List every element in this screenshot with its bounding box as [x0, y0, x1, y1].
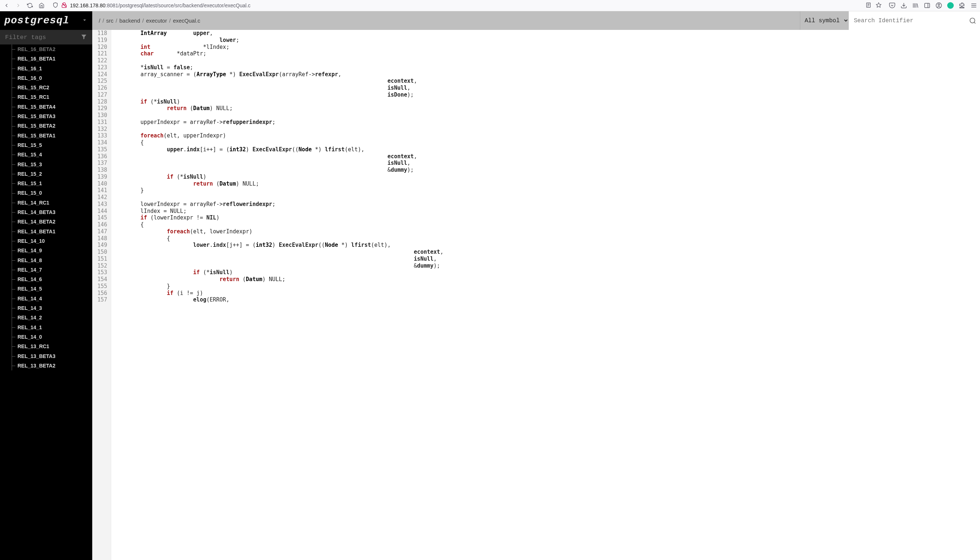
line-number[interactable]: 151: [97, 255, 107, 262]
tag-item[interactable]: REL_15_BETA4: [0, 102, 92, 112]
line-number[interactable]: 135: [97, 146, 107, 153]
tag-item[interactable]: REL_14_4: [0, 294, 92, 303]
line-number[interactable]: 131: [97, 119, 107, 126]
filter-icon[interactable]: [80, 33, 87, 41]
search-button[interactable]: [965, 11, 980, 30]
line-number[interactable]: 148: [97, 235, 107, 242]
breadcrumb-segment[interactable]: execQual.c: [173, 18, 200, 24]
tag-item[interactable]: REL_14_10: [0, 236, 92, 246]
line-number[interactable]: 156: [97, 290, 107, 297]
tag-item[interactable]: REL_15_BETA2: [0, 121, 92, 130]
line-number[interactable]: 125: [97, 78, 107, 85]
breadcrumb-root[interactable]: /: [99, 18, 100, 24]
line-number[interactable]: 155: [97, 283, 107, 290]
tag-list[interactable]: REL_16_BETA2REL_16_BETA1REL_16_1REL_16_0…: [0, 45, 92, 560]
line-number[interactable]: 127: [97, 92, 107, 98]
home-button[interactable]: [38, 2, 45, 9]
tag-item[interactable]: REL_15_1: [0, 178, 92, 188]
tag-item[interactable]: REL_15_3: [0, 160, 92, 169]
tag-item[interactable]: REL_14_2: [0, 313, 92, 322]
tag-item[interactable]: REL_14_RC1: [0, 198, 92, 207]
downloads-icon[interactable]: [900, 2, 907, 9]
tag-item[interactable]: REL_13_BETA3: [0, 352, 92, 361]
tag-item[interactable]: REL_15_RC2: [0, 83, 92, 92]
line-number[interactable]: 126: [97, 85, 107, 92]
tag-item[interactable]: REL_13_BETA2: [0, 361, 92, 370]
project-selector[interactable]: postgresql: [0, 11, 92, 30]
tag-item[interactable]: REL_16_1: [0, 64, 92, 73]
line-number[interactable]: 129: [97, 105, 107, 112]
line-number[interactable]: 150: [97, 248, 107, 255]
line-number[interactable]: 145: [97, 214, 107, 221]
breadcrumb-segment[interactable]: executor: [146, 18, 167, 24]
tag-item[interactable]: REL_14_0: [0, 332, 92, 342]
symbol-type-select[interactable]: All symbol: [800, 11, 849, 30]
line-number[interactable]: 139: [97, 173, 107, 180]
tag-item[interactable]: REL_14_6: [0, 275, 92, 284]
extensions-icon[interactable]: [959, 2, 965, 9]
tag-item[interactable]: REL_15_RC1: [0, 92, 92, 102]
line-number[interactable]: 136: [97, 153, 107, 160]
line-number[interactable]: 138: [97, 167, 107, 173]
line-number[interactable]: 157: [97, 297, 107, 303]
tag-item[interactable]: REL_14_BETA2: [0, 217, 92, 227]
line-number[interactable]: 141: [97, 187, 107, 194]
tag-item[interactable]: REL_14_BETA1: [0, 227, 92, 236]
tag-item[interactable]: REL_15_BETA3: [0, 112, 92, 121]
line-number[interactable]: 154: [97, 276, 107, 283]
tag-item[interactable]: REL_15_5: [0, 140, 92, 150]
line-number[interactable]: 134: [97, 139, 107, 146]
tag-item[interactable]: REL_16_0: [0, 73, 92, 83]
search-input[interactable]: [849, 11, 965, 30]
tag-item[interactable]: REL_15_4: [0, 150, 92, 159]
bookmark-icon[interactable]: [876, 2, 882, 9]
line-number[interactable]: 132: [97, 126, 107, 133]
filter-tags-input[interactable]: [5, 34, 80, 41]
line-number[interactable]: 147: [97, 228, 107, 235]
tag-item[interactable]: REL_15_2: [0, 169, 92, 178]
line-number[interactable]: 123: [97, 64, 107, 71]
line-number[interactable]: 128: [97, 98, 107, 105]
tag-item[interactable]: REL_16_BETA2: [0, 45, 92, 54]
back-button[interactable]: [3, 2, 10, 9]
line-number[interactable]: 143: [97, 201, 107, 208]
line-number[interactable]: 153: [97, 269, 107, 276]
code-area[interactable]: 1181191201211221231241251261271281291301…: [92, 30, 980, 560]
menu-icon[interactable]: [970, 2, 977, 9]
reader-icon[interactable]: [865, 2, 872, 9]
line-number[interactable]: 120: [97, 44, 107, 51]
url-bar[interactable]: 192.168.178.80:8081/postgresql/latest/so…: [50, 2, 885, 9]
grammarly-icon[interactable]: [947, 2, 954, 9]
tag-item[interactable]: REL_13_RC1: [0, 342, 92, 351]
breadcrumb-segment[interactable]: src: [106, 18, 113, 24]
line-number[interactable]: 149: [97, 242, 107, 248]
tag-item[interactable]: REL_15_BETA1: [0, 131, 92, 140]
pocket-icon[interactable]: [889, 2, 895, 9]
account-icon[interactable]: [935, 2, 942, 9]
line-number[interactable]: 118: [97, 30, 107, 37]
tag-item[interactable]: REL_14_5: [0, 284, 92, 293]
line-number[interactable]: 119: [97, 37, 107, 44]
tag-item[interactable]: REL_14_BETA3: [0, 207, 92, 217]
tag-item[interactable]: REL_14_1: [0, 323, 92, 332]
line-number[interactable]: 133: [97, 132, 107, 139]
line-number[interactable]: 140: [97, 180, 107, 187]
tag-item[interactable]: REL_14_3: [0, 303, 92, 313]
sidebar-icon[interactable]: [924, 2, 930, 9]
library-icon[interactable]: [912, 2, 919, 9]
line-number[interactable]: 130: [97, 112, 107, 119]
line-number[interactable]: 146: [97, 221, 107, 228]
breadcrumb-segment[interactable]: backend: [120, 18, 140, 24]
line-number[interactable]: 144: [97, 208, 107, 215]
line-number[interactable]: 121: [97, 50, 107, 57]
tag-item[interactable]: REL_14_9: [0, 246, 92, 255]
code-content[interactable]: IntArray upper, lower; int *lIndex; char…: [111, 30, 980, 560]
tag-item[interactable]: REL_14_7: [0, 265, 92, 275]
tag-item[interactable]: REL_15_0: [0, 188, 92, 198]
line-number[interactable]: 137: [97, 160, 107, 167]
line-number[interactable]: 124: [97, 71, 107, 78]
tag-item[interactable]: REL_14_8: [0, 255, 92, 265]
forward-button[interactable]: [15, 2, 22, 9]
reload-button[interactable]: [26, 2, 33, 9]
tag-item[interactable]: REL_16_BETA1: [0, 54, 92, 63]
